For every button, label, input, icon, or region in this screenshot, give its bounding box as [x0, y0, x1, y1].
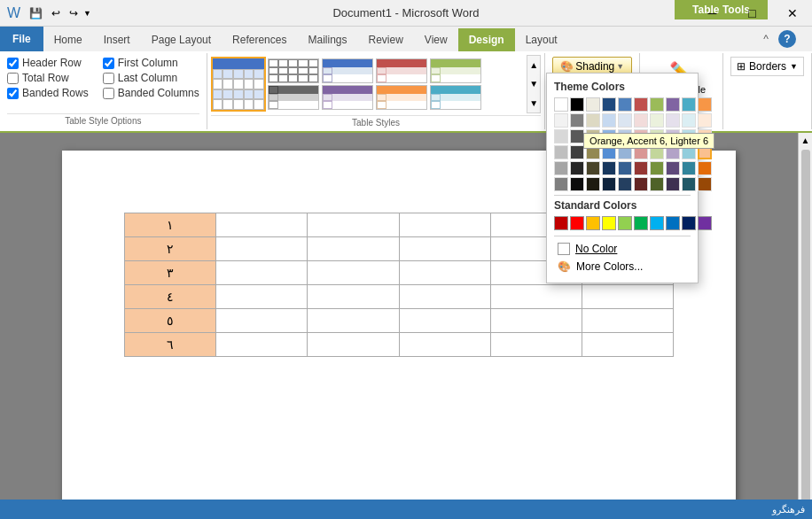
- tab-insert[interactable]: Insert: [93, 28, 141, 51]
- word-icon: W: [7, 5, 20, 21]
- banded-columns-checkbox[interactable]: Banded Columns: [103, 87, 199, 99]
- borders-arrow[interactable]: ▼: [790, 62, 798, 71]
- color-green[interactable]: [650, 97, 664, 112]
- banded-rows-checkbox[interactable]: Banded Rows: [7, 87, 89, 99]
- ribbon-collapse-btn[interactable]: ^: [757, 30, 775, 48]
- table-style-7[interactable]: [376, 85, 427, 110]
- tab-file[interactable]: File: [0, 27, 43, 51]
- shading-dropdown-arrow[interactable]: ▼: [616, 62, 624, 71]
- color-blue[interactable]: [618, 97, 632, 112]
- borders-icon: ⊞: [737, 60, 746, 73]
- more-colors-btn[interactable]: 🎨 More Colors...: [554, 258, 691, 275]
- redo-qat[interactable]: ↪: [66, 5, 82, 21]
- table-style-2[interactable]: [322, 58, 373, 83]
- styles-expand[interactable]: ▼: [529, 98, 538, 108]
- table-style-5[interactable]: [268, 85, 319, 110]
- table-style-4[interactable]: [430, 58, 481, 83]
- status-text: فرهنگرو: [772, 504, 805, 515]
- tab-references[interactable]: References: [222, 28, 297, 51]
- no-color-btn[interactable]: No Color: [554, 240, 691, 258]
- table-styles-label: Table Styles: [211, 115, 541, 128]
- color-black[interactable]: [570, 97, 584, 112]
- table-row: ٥: [125, 309, 674, 333]
- table-row: ٤: [125, 285, 674, 309]
- color-red[interactable]: [634, 97, 648, 112]
- color-orange-theme[interactable]: [698, 97, 712, 112]
- table-style-6[interactable]: [322, 85, 373, 110]
- standard-colors-title: Standard Colors: [554, 199, 691, 212]
- qat-dropdown[interactable]: ▼: [83, 9, 91, 18]
- table-style-8[interactable]: [430, 85, 481, 110]
- minimize-btn[interactable]: ─: [692, 0, 732, 27]
- tab-design[interactable]: Design: [458, 28, 515, 51]
- tab-mailings[interactable]: Mailings: [297, 28, 357, 51]
- table-style-1[interactable]: [268, 58, 319, 83]
- color-purple[interactable]: [666, 97, 680, 112]
- table-row: ٦: [125, 333, 674, 357]
- shading-color-panel: Theme Colors: [546, 73, 699, 283]
- color-white[interactable]: [554, 97, 568, 112]
- borders-button[interactable]: ⊞ Borders ▼: [730, 57, 804, 76]
- color-tooltip: Orange, Accent 6, Lighter 6: [583, 133, 714, 149]
- save-qat[interactable]: 💾: [26, 5, 46, 21]
- table-style-selected[interactable]: [211, 57, 266, 112]
- close-btn[interactable]: ✕: [772, 0, 812, 27]
- color-darkblue[interactable]: [602, 97, 616, 112]
- first-column-checkbox[interactable]: First Column: [103, 57, 199, 69]
- tab-page-layout[interactable]: Page Layout: [141, 28, 222, 51]
- tab-review[interactable]: Review: [357, 28, 413, 51]
- shading-label: Shading: [575, 60, 614, 73]
- styles-scroll-down[interactable]: ▼: [529, 79, 538, 89]
- header-row-checkbox[interactable]: Header Row: [7, 57, 89, 69]
- styles-scroll-up[interactable]: ▲: [529, 60, 538, 70]
- app-title: Document1 - Microsoft Word: [332, 6, 479, 19]
- scroll-up-btn[interactable]: ▲: [799, 133, 812, 148]
- help-btn[interactable]: ?: [778, 30, 796, 48]
- tab-home[interactable]: Home: [43, 28, 93, 51]
- color-teal[interactable]: [682, 97, 696, 112]
- undo-qat[interactable]: ↩: [48, 5, 64, 21]
- tab-layout[interactable]: Layout: [515, 28, 568, 51]
- theme-colors-title: Theme Colors: [554, 81, 691, 93]
- color-cream[interactable]: [586, 97, 600, 112]
- table-style-3[interactable]: [376, 58, 427, 83]
- table-style-options-label: Table Style Options: [7, 113, 199, 126]
- total-row-checkbox[interactable]: Total Row: [7, 72, 89, 84]
- maximize-btn[interactable]: □: [732, 0, 772, 27]
- tab-view[interactable]: View: [414, 28, 458, 51]
- last-column-checkbox[interactable]: Last Column: [103, 72, 199, 84]
- status-bar: فرهنگرو: [0, 500, 812, 519]
